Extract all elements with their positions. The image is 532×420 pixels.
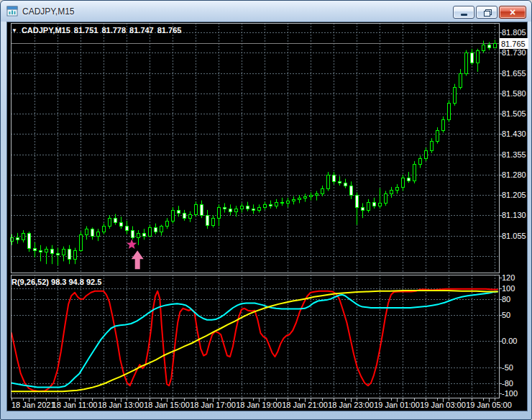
candle [149, 228, 152, 237]
restore-button[interactable] [476, 6, 497, 19]
candle [316, 194, 318, 196]
indicator-axis-label: 100 [502, 284, 515, 293]
candle [385, 194, 387, 204]
candle [390, 191, 393, 194]
candle [143, 234, 146, 237]
time-axis-label: 18 Jan 2021 [12, 401, 55, 409]
candle [51, 250, 54, 254]
candle [270, 205, 272, 206]
candle [189, 215, 192, 219]
price-axis-label: 81.505 [502, 109, 526, 118]
candle [212, 219, 215, 226]
candle [327, 175, 330, 189]
ohlc-close: 81.765 [157, 26, 182, 35]
candle [281, 203, 284, 204]
indicator-header: R(9,26,52) 98.3 94.8 92.5 [12, 278, 101, 286]
time-axis-label: 19 Jan 03:00 [420, 401, 466, 409]
candle [132, 231, 134, 238]
candle [465, 53, 468, 74]
close-icon: × [510, 7, 515, 17]
price-axis-label: 81.730 [502, 48, 526, 57]
window-controls: × [453, 6, 526, 19]
minimize-button[interactable] [453, 6, 474, 19]
candle [22, 234, 25, 240]
candle [160, 227, 163, 232]
candle [396, 188, 399, 191]
candle [431, 142, 434, 151]
candle [413, 165, 416, 181]
candle [373, 203, 376, 206]
price-axis-label: 81.655 [502, 69, 526, 78]
candle [97, 232, 100, 237]
candle [264, 205, 267, 208]
candle [229, 209, 232, 212]
price-axis-label: 81.430 [502, 129, 526, 138]
candle [206, 216, 209, 226]
indicator-line-R-9 [12, 289, 497, 392]
candle [488, 45, 491, 48]
candle [310, 196, 313, 197]
candle [344, 183, 347, 186]
time-axis-label: 18 Jan 15:00 [144, 401, 190, 409]
candle [45, 250, 48, 252]
candle [28, 234, 31, 249]
candle [224, 208, 226, 209]
candle [166, 222, 169, 227]
price-axis-label: 81.355 [502, 150, 526, 159]
candle [454, 88, 457, 104]
candle [494, 44, 497, 48]
candle [321, 189, 324, 194]
candle [218, 208, 221, 219]
titlebar[interactable]: CADJPY,M15 × [1, 1, 531, 22]
time-axis-label: 18 Jan 23:00 [328, 401, 374, 409]
indicator-axis-label: 0.00 [502, 337, 517, 345]
candle [178, 211, 180, 214]
indicator-axis-label: -100 [502, 389, 518, 398]
candle [17, 238, 19, 240]
candle [40, 251, 42, 252]
candle [459, 74, 462, 88]
time-axis-label: 18 Jan 19:00 [236, 401, 282, 409]
buy-signal-arrow[interactable] [132, 250, 144, 269]
indicator-axis-label: -50 [502, 363, 513, 372]
candle [252, 209, 255, 211]
chart-window: CADJPY,M15 × 81.80581.73081.65581.58081.… [0, 0, 532, 420]
time-axis-label: 18 Jan 13:00 [98, 401, 144, 409]
candle [68, 250, 71, 260]
indicator-axis-label: 120 [502, 273, 515, 282]
candle [183, 214, 186, 219]
candle [235, 209, 238, 212]
indicator-axis-label: -80 [502, 379, 513, 388]
time-axis-label: 19 Jan 01:00 [374, 401, 420, 409]
buy-signal-star[interactable] [127, 239, 137, 250]
candle [350, 186, 353, 196]
candle [482, 45, 485, 51]
candle [80, 235, 83, 251]
indicator-line-R-52 [12, 291, 497, 391]
price-axis-label: 81.280 [502, 170, 526, 179]
candle [471, 53, 474, 63]
candle [293, 200, 295, 201]
candle [356, 196, 359, 208]
indicator-line-R-26 [12, 291, 497, 387]
candle [195, 205, 198, 215]
price-axis-label: 81.205 [502, 191, 526, 199]
candle [275, 203, 278, 206]
candle [367, 203, 370, 211]
symbol-timeframe: CADJPY,M15 [22, 26, 70, 35]
chart-canvas[interactable]: 81.80581.73081.65581.58081.50581.43081.3… [7, 22, 528, 412]
symbol-dropdown-icon[interactable]: ▼ [12, 27, 17, 34]
candle [339, 182, 341, 183]
minimize-icon [461, 14, 467, 16]
time-axis-label: 18 Jan 17:00 [190, 401, 236, 409]
price-axis-label: 81.130 [502, 211, 526, 219]
chart-area[interactable]: 81.80581.73081.65581.58081.50581.43081.3… [6, 22, 528, 411]
candle [103, 227, 106, 232]
close-button[interactable]: × [499, 6, 526, 19]
ohlc-low: 81.747 [129, 26, 154, 35]
current-price-label: 81.765 [501, 40, 526, 48]
candle [379, 204, 382, 206]
candle [86, 229, 88, 235]
candle [126, 227, 129, 231]
ohlc-header: ▼CADJPY,M1581.75181.77881.74781.765 [12, 26, 185, 35]
